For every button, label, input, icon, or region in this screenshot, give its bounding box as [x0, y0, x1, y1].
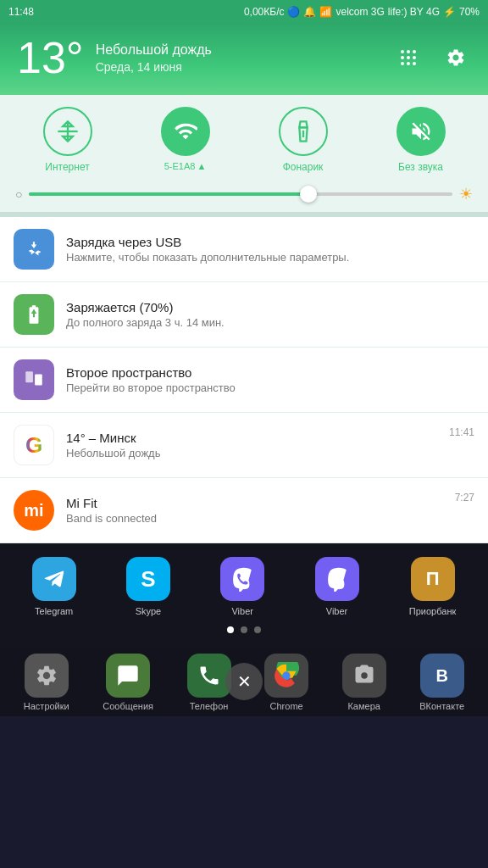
chrome-dock-icon [264, 654, 308, 698]
notif-mifit-content: Mi Fit Band is connected [66, 496, 443, 525]
svg-point-4 [407, 56, 410, 59]
notif-google-desc: Небольшой дождь [66, 447, 437, 459]
app-row: Telegram S Skype Viber Viber [0, 557, 488, 616]
app-telegram[interactable]: Telegram [32, 557, 76, 616]
brightness-thumb[interactable] [300, 186, 317, 203]
settings-dock-icon [25, 654, 69, 698]
phone-dock-icon [187, 654, 231, 698]
notif-dual-desc: Перейти во второе пространство [66, 381, 474, 394]
wifi-label: 5-E1A8 ▲ [164, 161, 207, 171]
app-viber2[interactable]: Viber [315, 557, 359, 616]
page-dots [0, 626, 488, 633]
viber1-icon [220, 557, 264, 601]
weather-description: Небольшой дождь [96, 42, 212, 58]
silent-icon [396, 107, 446, 156]
camera-dock-icon [342, 654, 386, 698]
svg-point-7 [407, 62, 410, 65]
quick-toggles: Интернет 5-E1A8 ▲ Фонарик [8, 107, 480, 173]
brightness-fill [29, 192, 308, 196]
dot-2 [241, 626, 247, 633]
notification-usb[interactable]: Зарядка через USB Нажмите, чтобы показат… [0, 217, 488, 282]
silent-label: Без звука [398, 161, 443, 173]
vk-dock-label: ВКонтакте [419, 701, 464, 711]
battery-level: 70% [459, 6, 480, 18]
notif-mifit-title: Mi Fit [66, 496, 443, 510]
internet-label: Интернет [45, 161, 89, 173]
app-priorbank[interactable]: П Приорбанк [409, 557, 456, 616]
wifi-icon: 📶 [319, 6, 332, 18]
camera-dock-label: Камера [347, 701, 380, 711]
apps-button[interactable] [393, 42, 424, 73]
notif-usb-desc: Нажмите, чтобы показать дополнительные п… [66, 251, 474, 264]
notif-usb-content: Зарядка через USB Нажмите, чтобы показат… [66, 235, 474, 264]
dot-3 [254, 626, 261, 633]
notifications-panel: Зарядка через USB Нажмите, чтобы показат… [0, 217, 488, 543]
svg-point-8 [413, 62, 416, 65]
dock-chrome[interactable]: Chrome [264, 654, 308, 711]
notif-usb-title: Зарядка через USB [66, 235, 474, 249]
telegram-label: Telegram [35, 606, 73, 616]
brightness-track[interactable] [29, 192, 452, 196]
svg-point-2 [413, 50, 416, 53]
quick-settings-panel: Интернет 5-E1A8 ▲ Фонарик [0, 95, 488, 212]
svg-point-6 [401, 62, 404, 65]
viber1-label: Viber [231, 606, 252, 616]
notif-dual-title: Второе пространство [66, 365, 474, 380]
svg-point-0 [401, 50, 404, 53]
notif-battery-desc: До полного заряда 3 ч. 14 мин. [66, 316, 474, 329]
notif-google-time: 11:41 [449, 426, 474, 438]
toggle-internet[interactable]: Интернет [43, 107, 92, 173]
charging-icon: ⚡ [443, 6, 456, 18]
carrier2: life:) BY 4G [388, 6, 440, 18]
app-skype[interactable]: S Skype [126, 557, 170, 616]
google-icon: G [14, 425, 54, 465]
flashlight-icon [279, 107, 328, 156]
internet-icon [43, 107, 92, 156]
usb-icon [14, 229, 54, 270]
wifi-toggle-icon [161, 107, 210, 156]
notification-dual[interactable]: Второе пространство Перейти во второе пр… [0, 348, 488, 413]
settings-button[interactable] [441, 42, 471, 73]
notif-google-title: 14° – Минск [66, 431, 437, 445]
weather-details: Небольшой дождь Среда, 14 июня [96, 42, 212, 74]
dock-messages[interactable]: Сообщения [103, 654, 153, 711]
notification-battery[interactable]: Заряжается (70%) До полного заряда 3 ч. … [0, 282, 488, 348]
status-bar: 11:48 0,00КБ/с 🔵 🔔 📶 velcom 3G life:) BY… [0, 0, 488, 24]
viber2-icon [315, 557, 359, 601]
dot-1 [227, 626, 234, 633]
dock-phone[interactable]: Телефон [187, 654, 231, 711]
close-drawer-button[interactable]: ✕ [225, 663, 263, 700]
notif-dual-content: Второе пространство Перейти во второе пр… [66, 365, 474, 394]
weather-info: 13° Небольшой дождь Среда, 14 июня [17, 36, 212, 80]
phone-dock-label: Телефон [190, 701, 229, 711]
weather-action-icons [393, 42, 471, 73]
app-viber1[interactable]: Viber [220, 557, 264, 616]
status-bar-left: 11:48 [8, 6, 34, 18]
vk-dock-icon: В [420, 654, 464, 698]
dock-settings[interactable]: Настройки [24, 654, 69, 711]
notification-mifit[interactable]: mi Mi Fit Band is connected 7:27 [0, 478, 488, 543]
svg-point-14 [282, 671, 290, 679]
notif-battery-content: Заряжается (70%) До полного заряда 3 ч. … [66, 300, 474, 329]
mute-icon: 🔔 [303, 6, 316, 18]
dock-camera[interactable]: Камера [342, 654, 386, 711]
weather-date: Среда, 14 июня [96, 60, 212, 74]
priorbank-icon: П [411, 557, 455, 601]
close-icon: ✕ [237, 671, 252, 692]
toggle-wifi[interactable]: 5-E1A8 ▲ [161, 107, 210, 171]
skype-icon: S [126, 557, 170, 601]
toggle-flashlight[interactable]: Фонарик [279, 107, 328, 173]
dock-vk[interactable]: В ВКонтакте [419, 654, 464, 711]
battery-icon [14, 294, 54, 335]
svg-point-1 [407, 50, 410, 53]
toggle-silent[interactable]: Без звука [396, 107, 446, 173]
messages-dock-label: Сообщения [103, 701, 153, 711]
flashlight-label: Фонарик [283, 161, 324, 173]
notification-google[interactable]: G 14° – Минск Небольшой дождь 11:41 [0, 413, 488, 478]
data-speed: 0,00КБ/с [244, 6, 285, 18]
notif-mifit-desc: Band is connected [66, 512, 443, 525]
weather-header: 13° Небольшой дождь Среда, 14 июня [0, 24, 488, 95]
notif-mifit-time: 7:27 [455, 492, 474, 504]
bottom-bar: ✕ Настройки Сообщения [0, 647, 488, 716]
svg-point-3 [401, 56, 404, 59]
